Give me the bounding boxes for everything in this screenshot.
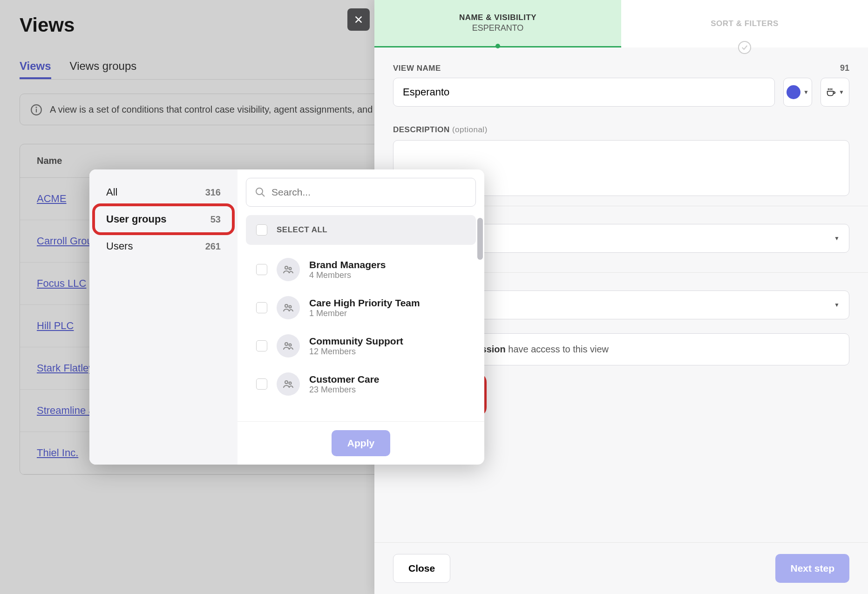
category-all[interactable]: All 316 (96, 179, 231, 206)
group-row[interactable]: Customer Care 23 Members (246, 365, 476, 403)
search-box (246, 178, 476, 207)
icon-picker[interactable]: ▼ (821, 78, 849, 107)
select-all-row[interactable]: SELECT ALL (246, 215, 476, 245)
step-name-visibility[interactable]: NAME & VISIBILITY ESPERANTO (374, 0, 621, 47)
svg-point-9 (285, 304, 288, 307)
group-checkbox[interactable] (256, 378, 267, 390)
group-avatar-icon (277, 296, 300, 319)
optional-label: (optional) (452, 125, 488, 134)
step-sort-filters[interactable]: SORT & FILTERS (621, 0, 868, 47)
char-count: 91 (840, 63, 849, 73)
group-checkbox[interactable] (256, 340, 267, 351)
group-avatar-icon (277, 258, 300, 281)
color-picker[interactable]: ▼ (783, 78, 812, 107)
step-active-dot (495, 44, 500, 48)
svg-line-6 (262, 194, 264, 196)
step-incomplete-icon (738, 41, 751, 54)
view-name-input[interactable] (393, 78, 775, 107)
next-step-button[interactable]: Next step (775, 554, 849, 583)
group-checkbox[interactable] (256, 264, 267, 275)
color-swatch (787, 85, 800, 99)
popover-footer: Apply (237, 421, 484, 465)
svg-point-11 (285, 343, 288, 345)
svg-point-5 (256, 188, 263, 195)
group-avatar-icon (277, 372, 300, 396)
group-checkbox[interactable] (256, 302, 267, 313)
group-row[interactable]: Community Support 12 Members (246, 327, 476, 365)
wizard-steps: NAME & VISIBILITY ESPERANTO SORT & FILTE… (374, 0, 868, 47)
apply-button[interactable]: Apply (332, 430, 390, 456)
coffee-icon (826, 87, 836, 97)
chevron-down-icon: ▼ (839, 89, 844, 95)
chevron-down-icon: ▼ (834, 302, 840, 308)
panel-footer: Close Next step (374, 542, 868, 594)
group-row[interactable]: Brand Managers 4 Members (246, 250, 476, 289)
description-label: DESCRIPTION (393, 125, 450, 134)
user-picker-popover: All 316 User groups 53 Users 261 S (89, 169, 484, 465)
svg-point-7 (285, 266, 288, 269)
svg-point-13 (285, 381, 288, 384)
picker-main: SELECT ALL Brand Managers 4 Members Car (237, 169, 484, 465)
chevron-down-icon: ▼ (803, 89, 809, 95)
group-list[interactable]: SELECT ALL Brand Managers 4 Members Car (237, 215, 484, 421)
category-users[interactable]: Users 261 (96, 233, 231, 260)
category-sidebar: All 316 User groups 53 Users 261 (89, 169, 237, 465)
scrollbar-thumb[interactable] (477, 218, 483, 260)
group-row[interactable]: Care High Priority Team 1 Member (246, 289, 476, 327)
close-button[interactable]: Close (393, 554, 450, 583)
close-panel-button[interactable] (347, 8, 370, 31)
chevron-down-icon: ▼ (834, 235, 840, 242)
svg-point-10 (289, 306, 292, 308)
category-user-groups[interactable]: User groups 53 (96, 206, 231, 233)
search-icon (255, 187, 266, 198)
view-name-label: VIEW NAME (393, 64, 441, 73)
group-avatar-icon (277, 334, 300, 358)
svg-point-12 (289, 344, 292, 346)
search-input[interactable] (271, 187, 467, 198)
svg-point-8 (289, 268, 292, 270)
select-all-checkbox[interactable] (256, 224, 267, 236)
close-icon (353, 14, 364, 25)
svg-point-14 (289, 382, 292, 385)
